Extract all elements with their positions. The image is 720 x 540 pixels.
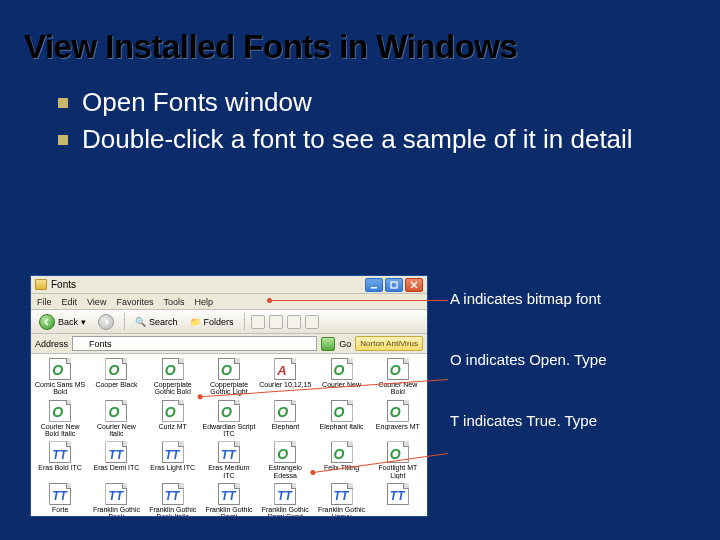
back-button[interactable]: Back ▾ (35, 313, 90, 331)
go-button[interactable] (321, 337, 335, 351)
font-item[interactable]: OEstrangelo Edessa (258, 440, 312, 480)
font-item[interactable]: OCooper Black (89, 357, 143, 397)
folders-icon: 📁 (190, 317, 201, 327)
view-similarity-button[interactable] (287, 315, 301, 329)
font-item[interactable]: TT (371, 482, 425, 516)
view-details-button[interactable] (305, 315, 319, 329)
font-label: Cooper Black (95, 381, 137, 388)
bullet-marker (58, 135, 68, 145)
annotation-list: A indicates bitmap font O indicates Open… (450, 290, 690, 473)
opentype-icon: O (218, 358, 240, 380)
font-item[interactable]: OElephant Italic (314, 399, 368, 439)
truetype-icon: TT (218, 441, 240, 463)
back-icon (39, 314, 55, 330)
font-label: Edwardian Script ITC (202, 423, 256, 438)
menu-help[interactable]: Help (194, 297, 213, 307)
bullet-item: Double-click a font to see a sample of i… (58, 123, 690, 156)
font-item[interactable]: TTFranklin Gothic Demi Cond (258, 482, 312, 516)
annotation-bitmap: A indicates bitmap font (450, 290, 690, 307)
view-list-button[interactable] (269, 315, 283, 329)
folder-icon (35, 279, 47, 290)
bullet-text: Open Fonts window (82, 86, 312, 119)
address-input[interactable]: Fonts (72, 336, 317, 351)
font-item[interactable]: TTEras Light ITC (146, 440, 200, 480)
menu-file[interactable]: File (37, 297, 52, 307)
folders-button[interactable]: 📁 Folders (186, 316, 238, 328)
menu-tools[interactable]: Tools (163, 297, 184, 307)
font-item[interactable]: OEngravers MT (371, 399, 425, 439)
svg-rect-1 (391, 282, 397, 288)
font-label: Courier New Bold Italic (33, 423, 87, 438)
font-item[interactable]: TTEras Medium ITC (202, 440, 256, 480)
font-item[interactable]: OFelix Titling (314, 440, 368, 480)
opentype-icon: O (387, 358, 409, 380)
font-item[interactable]: OElephant (258, 399, 312, 439)
font-label: Courier New Italic (89, 423, 143, 438)
font-item[interactable]: OCourier New (314, 357, 368, 397)
font-item[interactable]: OCopperplate Gothic Light (202, 357, 256, 397)
bullet-text: Double-click a font to see a sample of i… (82, 123, 633, 156)
truetype-icon: TT (218, 483, 240, 505)
maximize-button[interactable] (385, 278, 403, 292)
truetype-icon: TT (49, 441, 71, 463)
svg-rect-0 (371, 287, 377, 289)
truetype-icon: TT (274, 483, 296, 505)
opentype-icon: O (274, 400, 296, 422)
chevron-down-icon: ▾ (81, 317, 86, 327)
menu-edit[interactable]: Edit (62, 297, 78, 307)
font-label: Eras Medium ITC (202, 464, 256, 479)
font-label: Franklin Gothic Book Italic (146, 506, 200, 516)
address-value: Fonts (89, 339, 112, 349)
address-bar: Address Fonts Go Norton AntiVirus (31, 334, 427, 354)
search-button[interactable]: 🔍 Search (131, 316, 182, 328)
truetype-icon: TT (105, 441, 127, 463)
truetype-icon: TT (49, 483, 71, 505)
font-label: Copperplate Gothic Bold (146, 381, 200, 396)
font-label: Estrangelo Edessa (258, 464, 312, 479)
font-item[interactable]: OComic Sans MS Bold (33, 357, 87, 397)
font-item[interactable]: TTFranklin Gothic Book (89, 482, 143, 516)
minimize-button[interactable] (365, 278, 383, 292)
window-titlebar: Fonts (31, 276, 427, 294)
window-title: Fonts (51, 279, 76, 290)
fonts-window: Fonts File Edit View Favorites Tools Hel… (30, 275, 428, 517)
slide-title: View Installed Fonts in Windows (0, 0, 720, 80)
opentype-icon: O (331, 400, 353, 422)
fonts-content-area: OComic Sans MS BoldOCooper BlackOCopperp… (31, 354, 427, 516)
font-label: Engravers MT (376, 423, 420, 430)
close-button[interactable] (405, 278, 423, 292)
font-label: Footlight MT Light (371, 464, 425, 479)
opentype-icon: O (49, 358, 71, 380)
font-item[interactable]: TTForte (33, 482, 87, 516)
truetype-icon: TT (105, 483, 127, 505)
font-item[interactable]: OCourier New Italic (89, 399, 143, 439)
font-item[interactable]: TTFranklin Gothic Heavy (314, 482, 368, 516)
font-item[interactable]: TTFranklin Gothic Demi (202, 482, 256, 516)
bullet-list: Open Fonts window Double-click a font to… (0, 80, 720, 155)
font-label: Franklin Gothic Book (89, 506, 143, 516)
opentype-icon: O (162, 358, 184, 380)
forward-icon (98, 314, 114, 330)
bullet-marker (58, 98, 68, 108)
norton-antivirus-badge[interactable]: Norton AntiVirus (355, 336, 423, 351)
folder-icon (76, 339, 86, 348)
font-item[interactable]: TTEras Bold ITC (33, 440, 87, 480)
font-item[interactable]: OCurlz MT (146, 399, 200, 439)
font-item[interactable]: OCopperplate Gothic Bold (146, 357, 200, 397)
opentype-icon: O (387, 400, 409, 422)
font-item[interactable]: OCourier New Bold (371, 357, 425, 397)
bitmap-icon: A (274, 358, 296, 380)
font-item[interactable]: OCourier New Bold Italic (33, 399, 87, 439)
font-item[interactable]: TTFranklin Gothic Book Italic (146, 482, 200, 516)
font-label: Franklin Gothic Demi (202, 506, 256, 516)
go-label: Go (339, 339, 351, 349)
forward-button[interactable] (94, 313, 118, 331)
opentype-icon: O (274, 441, 296, 463)
truetype-icon: TT (162, 441, 184, 463)
font-item[interactable]: OEdwardian Script ITC (202, 399, 256, 439)
menu-view[interactable]: View (87, 297, 106, 307)
font-label: Franklin Gothic Demi Cond (258, 506, 312, 516)
menu-favorites[interactable]: Favorites (116, 297, 153, 307)
view-large-icons-button[interactable] (251, 315, 265, 329)
font-item[interactable]: TTEras Demi ITC (89, 440, 143, 480)
